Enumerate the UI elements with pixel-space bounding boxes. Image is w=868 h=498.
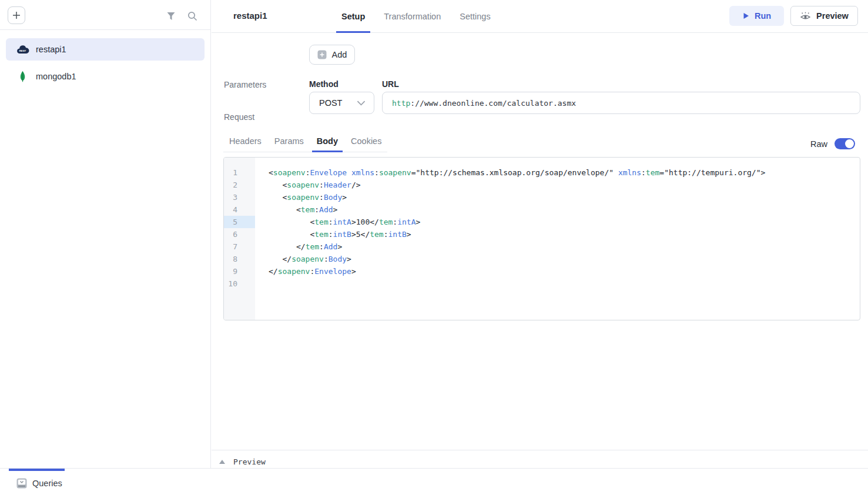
plus-icon — [12, 11, 21, 19]
line-number: 9 — [224, 265, 255, 278]
raw-toggle-row: Raw — [810, 138, 855, 149]
line-number: 3 — [224, 191, 255, 203]
tab-headers[interactable]: Headers — [224, 133, 266, 152]
line-number: 4 — [224, 203, 255, 216]
url-input[interactable]: http://www.dneonline.com/calculator.asmx — [382, 92, 860, 114]
main-header: restapi1 Setup Transformation Settings R… — [212, 0, 868, 33]
parameters-label: Parameters — [224, 80, 266, 89]
line-number: 6 — [224, 228, 255, 240]
triangle-up-icon — [219, 460, 225, 464]
line-number: 5 — [224, 216, 255, 228]
bottom-bar: Queries — [0, 468, 868, 498]
line-number: 8 — [224, 253, 255, 265]
code-line: </soapenv:Body> — [269, 253, 860, 265]
preview-panel-label: Preview — [233, 457, 266, 466]
request-body-tabs: Headers Params Body Cookies — [223, 133, 387, 152]
plus-square-icon — [317, 50, 327, 59]
raw-label: Raw — [810, 139, 827, 149]
request-label: Request — [224, 112, 254, 122]
url-rest: ://www.dneonline.com/calculator.asmx — [410, 99, 576, 108]
line-number-gutter: 12345678910 — [224, 158, 255, 320]
queries-panel-icon — [16, 478, 27, 489]
code-line: <tem:Add> — [269, 203, 860, 216]
url-label: URL — [382, 79, 399, 89]
code-line — [269, 278, 860, 290]
queries-segment[interactable]: Queries — [16, 469, 62, 498]
code-line: <soapenv:Envelope xmlns:soapenv="http://… — [269, 166, 860, 179]
line-number: 10 — [224, 278, 255, 290]
sidebar-item-restapi1[interactable]: REST restapi1 — [6, 38, 205, 61]
add-parameter-button[interactable]: Add — [309, 45, 355, 65]
chevron-down-icon — [357, 101, 366, 106]
queries-segment-label: Queries — [32, 479, 62, 488]
code-line: </tem:Add> — [269, 240, 860, 253]
tab-transformation[interactable]: Transformation — [378, 0, 446, 33]
tab-settings[interactable]: Settings — [454, 0, 495, 33]
search-icon[interactable] — [187, 11, 197, 21]
line-number: 7 — [224, 240, 255, 253]
svg-text:REST: REST — [19, 49, 26, 52]
sidebar: REST restapi1 mongodb1 — [0, 0, 211, 468]
tab-setup[interactable]: Setup — [336, 0, 370, 33]
sidebar-item-mongodb1[interactable]: mongodb1 — [6, 65, 205, 88]
page-title: restapi1 — [233, 11, 267, 21]
sidebar-item-label: restapi1 — [36, 45, 66, 54]
code-line: </soapenv:Envelope> — [269, 265, 860, 278]
play-icon — [742, 12, 749, 19]
mongodb-leaf-icon — [15, 71, 29, 82]
method-label: Method — [309, 79, 339, 89]
code-line: <soapenv:Body> — [269, 191, 860, 203]
tab-cookies[interactable]: Cookies — [346, 133, 386, 152]
header-actions: Run Preview — [729, 6, 858, 26]
url-scheme: http — [392, 99, 410, 108]
method-select[interactable]: POST — [309, 92, 374, 114]
eye-icon — [800, 12, 811, 21]
tab-params[interactable]: Params — [270, 133, 309, 152]
main-tabs: Setup Transformation Settings — [332, 0, 500, 33]
line-number: 1 — [224, 166, 255, 179]
rest-api-cloud-icon: REST — [15, 45, 29, 54]
code-line: <tem:intB>5</tem:intB> — [269, 228, 860, 240]
app-root: REST restapi1 mongodb1 restapi1 Setup Tr… — [0, 0, 868, 498]
line-number: 2 — [224, 179, 255, 191]
code-line: <tem:intA>100</tem:intA> — [269, 216, 860, 228]
toggle-knob — [845, 139, 854, 148]
sidebar-header — [0, 0, 210, 30]
setup-panel: Parameters Add Request Method URL POST h… — [212, 33, 868, 468]
filter-icon[interactable] — [166, 11, 176, 21]
sidebar-item-label: mongodb1 — [36, 72, 76, 81]
code-line: <soapenv:Header/> — [269, 179, 860, 191]
body-code-editor[interactable]: 12345678910 <soapenv:Envelope xmlns:soap… — [223, 157, 860, 320]
preview-button[interactable]: Preview — [790, 6, 858, 26]
raw-toggle[interactable] — [835, 138, 855, 149]
method-value: POST — [319, 98, 342, 108]
tab-body[interactable]: Body — [312, 133, 343, 152]
code-area[interactable]: <soapenv:Envelope xmlns:soapenv="http://… — [255, 158, 860, 320]
run-button[interactable]: Run — [729, 6, 784, 26]
new-query-button[interactable] — [8, 6, 25, 24]
